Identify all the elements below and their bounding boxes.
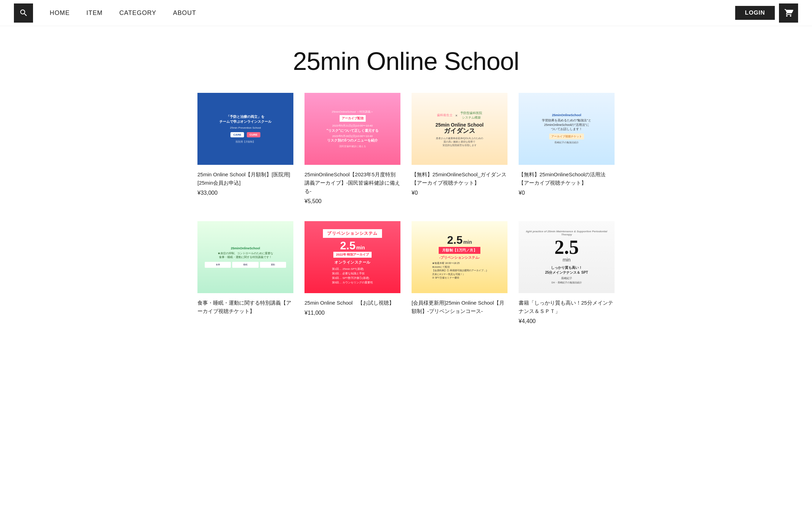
product-title: 25min Online School 【お試し視聴】 (304, 299, 400, 307)
product-title: 書籍「しっかり質も高い！25分メインテナンス＆ＳＰＴ」 (519, 299, 615, 315)
product-image-4: 25minOnlineSchool 学習効果を高めるための"勉強法"と25min… (519, 93, 615, 165)
product-image-5: 25minOnlineSchool ★炎症の抑制、コントロールのために重要な食事… (197, 221, 293, 293)
product-card[interactable]: 25minOnlineSchool ＜特別講義＞ アーカイブ配信 2023年5月… (304, 93, 400, 204)
product-grid: 「予防と治療の両立」をチームで学ぶオンラインスクール 25min Prevent… (184, 93, 628, 352)
product-card[interactable]: light practice of 25min Maintenance & Su… (519, 221, 615, 324)
header-right: LOGIN (735, 3, 798, 23)
product-card[interactable]: 2.5 min 月額制【1万円／月】 -プリベンションシステム- ★毎週木曜 1… (412, 221, 508, 324)
nav-item[interactable]: ITEM (87, 9, 103, 17)
nav-home[interactable]: HOME (50, 9, 70, 17)
product-image-8: light practice of 25min Maintenance & Su… (519, 221, 615, 293)
product-price: ¥0 (519, 190, 615, 196)
product-title: 【無料】25minOnlineSchoolの活用法【アーカイブ視聴チケット】 (519, 170, 615, 187)
product-card[interactable]: 25minOnlineSchool ★炎症の抑制、コントロールのために重要な食事… (197, 221, 293, 324)
cart-button[interactable] (779, 3, 798, 23)
product-price: ¥0 (412, 190, 508, 196)
product-title: 食事・睡眠・運動に関する特別講義【アーカイブ視聴チケット】 (197, 299, 293, 315)
product-price: ¥33,000 (197, 190, 293, 196)
product-card[interactable]: 「予防と治療の両立」をチームで学ぶオンラインスクール 25min Prevent… (197, 93, 293, 204)
product-image-3: 歯科衛生士 × 予防型歯科医院システム構築 25min Online Schoo… (412, 93, 508, 165)
main-nav: HOME ITEM CATEGORY ABOUT (50, 9, 196, 17)
product-price: ¥5,500 (304, 198, 400, 204)
cart-icon (784, 8, 793, 17)
hero-section: 25min Online School (0, 26, 812, 93)
product-price: ¥11,000 (304, 310, 400, 316)
nav-about[interactable]: ABOUT (173, 9, 196, 17)
product-image-2: 25minOnlineSchool ＜特別講義＞ アーカイブ配信 2023年5月… (304, 93, 400, 165)
product-title: 25minOnlineSchool【2023年5月度特別講義アーカイブ】-国民皆… (304, 170, 400, 195)
product-card[interactable]: 歯科衛生士 × 予防型歯科医院システム構築 25min Online Schoo… (412, 93, 508, 204)
product-card[interactable]: プリベンションシステム 2.5 min 2022年 特別アーカイブ オンラインス… (304, 221, 400, 324)
header: HOME ITEM CATEGORY ABOUT LOGIN (0, 0, 812, 26)
product-image-7: 2.5 min 月額制【1万円／月】 -プリベンションシステム- ★毎週木曜 1… (412, 221, 508, 293)
product-price: ¥4,400 (519, 318, 615, 324)
search-icon (19, 8, 28, 17)
product-title: [会員様更新用]25min Online School【月額制】-プリベンション… (412, 299, 508, 315)
nav-category[interactable]: CATEGORY (119, 9, 156, 17)
product-image-6: プリベンションシステム 2.5 min 2022年 特別アーカイブ オンラインス… (304, 221, 400, 293)
search-button[interactable] (14, 3, 33, 23)
login-button[interactable]: LOGIN (735, 6, 775, 20)
product-title: 25min Online School【月額制】[医院用][25min会員お申込… (197, 170, 293, 187)
product-card[interactable]: 25minOnlineSchool 学習効果を高めるための"勉強法"と25min… (519, 93, 615, 204)
product-title: 【無料】25minOnlineSchool_ガイダンス【アーカイブ視聴チケット】 (412, 170, 508, 187)
product-image-1: 「予防と治療の両立」をチームで学ぶオンラインスクール 25min Prevent… (197, 93, 293, 165)
hero-title: 25min Online School (0, 26, 812, 93)
